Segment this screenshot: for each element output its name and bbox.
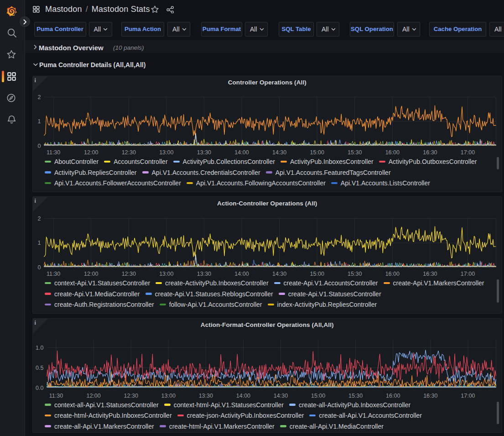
svg-text:11:30: 11:30 — [46, 149, 60, 156]
svg-text:13:00: 13:00 — [159, 271, 173, 277]
svg-text:2: 2 — [37, 215, 41, 222]
svg-text:12:30: 12:30 — [124, 392, 138, 399]
svg-text:0: 0 — [37, 264, 41, 271]
svg-text:16:30: 16:30 — [423, 271, 437, 277]
svg-text:16:30: 16:30 — [423, 149, 437, 156]
svg-text:17:00: 17:00 — [460, 149, 474, 156]
svg-text:16:00: 16:00 — [385, 149, 399, 156]
svg-text:0.5: 0.5 — [36, 364, 43, 371]
svg-text:14:30: 14:30 — [272, 149, 286, 156]
svg-text:11:30: 11:30 — [46, 271, 60, 277]
svg-text:13:00: 13:00 — [161, 392, 175, 399]
svg-text:16:00: 16:00 — [386, 392, 400, 399]
svg-text:16:30: 16:30 — [423, 392, 437, 399]
svg-text:15:00: 15:00 — [311, 392, 325, 399]
svg-text:16:00: 16:00 — [385, 271, 399, 277]
svg-text:12:00: 12:00 — [84, 271, 98, 277]
svg-text:0: 0 — [37, 143, 41, 149]
svg-text:14:00: 14:00 — [234, 271, 249, 277]
svg-text:15:00: 15:00 — [310, 149, 324, 156]
svg-text:12:00: 12:00 — [84, 149, 98, 156]
svg-text:13:30: 13:30 — [197, 149, 211, 156]
svg-text:15:00: 15:00 — [310, 271, 324, 277]
svg-text:14:00: 14:00 — [234, 149, 249, 156]
svg-text:17:00: 17:00 — [461, 392, 475, 399]
svg-text:12:00: 12:00 — [86, 392, 100, 399]
svg-text:1.0: 1.0 — [36, 344, 43, 351]
svg-text:14:30: 14:30 — [273, 392, 287, 399]
svg-text:12:30: 12:30 — [121, 149, 135, 156]
svg-text:1: 1 — [37, 240, 41, 246]
svg-text:14:00: 14:00 — [236, 392, 250, 399]
svg-text:15:30: 15:30 — [348, 271, 362, 277]
svg-text:0.0: 0.0 — [36, 384, 43, 391]
svg-text:12:30: 12:30 — [121, 271, 135, 277]
svg-text:13:00: 13:00 — [159, 149, 173, 156]
svg-text:13:30: 13:30 — [197, 271, 211, 277]
svg-text:17:00: 17:00 — [460, 271, 474, 277]
svg-text:15:30: 15:30 — [348, 149, 362, 156]
svg-text:11:30: 11:30 — [49, 392, 62, 399]
svg-text:15:30: 15:30 — [348, 392, 362, 399]
svg-text:13:30: 13:30 — [198, 392, 213, 399]
svg-text:1: 1 — [37, 118, 41, 125]
svg-text:2: 2 — [37, 94, 41, 100]
svg-text:14:30: 14:30 — [272, 271, 286, 277]
